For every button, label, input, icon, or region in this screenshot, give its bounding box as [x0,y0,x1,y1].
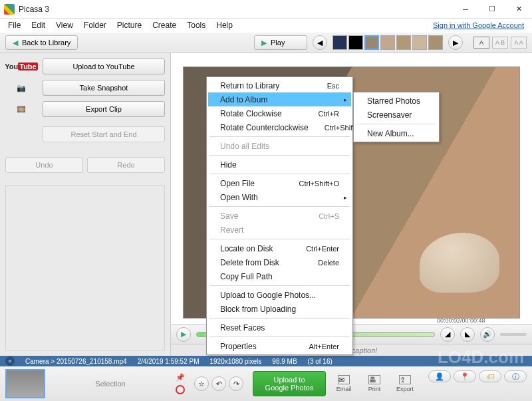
ctx-item[interactable]: Open With▸ [208,190,351,204]
menu-file[interactable]: File [3,19,26,31]
thumb[interactable] [380,35,395,50]
upload-youtube-button[interactable]: Upload to YouTube [43,59,165,74]
maximize-button[interactable]: ☐ [479,0,505,19]
ctx-item[interactable]: Rotate CounterclockwiseCtrl+Shift+R [208,120,351,134]
menu-create[interactable]: Create [147,19,182,31]
ctx-item[interactable]: Upload to Google Photos... [208,288,351,302]
tag-buttons: 👤 📍 🏷 ⓘ [428,370,527,382]
selection-label: Selection [51,380,170,388]
ctx-item[interactable]: Delete from DiskDelete [208,255,351,269]
info-bar: « Camera > 20150726_210158.mp4 2/4/2019 … [0,356,532,366]
people-tag-button[interactable]: 👤 [428,370,451,382]
prev-button[interactable]: ◀ [313,35,327,50]
ctx-item[interactable]: Return to LibraryEsc [208,78,351,92]
film-icon: 🎞️ [5,105,37,114]
ctx-sub-item[interactable]: New Album... [355,126,438,140]
back-label: Back to Library [22,39,70,47]
ctx-item[interactable]: Hide [208,158,351,172]
info-date: 2/4/2019 1:59:52 PM [138,358,200,365]
ctx-item[interactable]: Revert [208,223,351,237]
toolbar: ◀ Back to Library ▶ Play ◀ ▶ A A B A A [0,32,532,53]
rotate-cw-button[interactable]: ↷ [229,376,243,391]
export-icon: ⇪ [399,375,411,384]
menu-tools[interactable]: Tools [182,19,211,31]
undo-button: Undo [5,157,83,173]
ctx-item[interactable]: Rotate ClockwiseCtrl+R [208,106,351,120]
info-dims: 1920x1080 pixels [209,358,261,365]
ctx-item[interactable]: Block from Uploading [208,302,351,316]
ctx-item[interactable]: Locate on DiskCtrl+Enter [208,241,351,255]
thumb[interactable] [396,35,411,50]
thumb[interactable] [332,35,347,50]
timecode: 00:00:02/00:00:48 [437,317,485,324]
take-snapshot-button[interactable]: Take Snapshot [43,80,165,96]
compare-mode-group: A A B A A [473,37,527,49]
ctx-sub-item[interactable]: Starred Photos [355,94,438,108]
ctx-item[interactable]: Undo all Edits [208,139,351,153]
image-content [420,233,499,293]
ctx-sub-item[interactable]: Screensaver [355,108,438,122]
thumb[interactable] [412,35,427,50]
thumbnail-strip [332,35,443,50]
print-button[interactable]: 🖶Print [362,375,387,392]
play-button[interactable]: ▶ Play [254,35,307,50]
tag-button[interactable]: 🏷 [479,370,501,382]
collapse-icon[interactable]: « [5,356,15,366]
email-icon: ✉ [338,375,350,384]
player-play-button[interactable]: ▶ [176,327,191,342]
ctx-item[interactable]: PropertiesAlt+Enter [208,339,351,353]
next-button[interactable]: ▶ [448,35,463,50]
ctx-item[interactable]: Add to Album▸ [208,92,351,106]
ab-view-button[interactable]: A B [492,37,508,49]
geo-tag-button[interactable]: 📍 [454,370,476,382]
menu-view[interactable]: View [51,19,78,31]
trim-start-button[interactable]: ◢ [440,327,455,342]
selection-thumb[interactable] [5,369,45,398]
trim-end-button[interactable]: ◣ [460,327,475,342]
titlebar: Picasa 3 ─ ☐ ✕ [0,0,532,19]
redo-button: Redo [87,157,165,173]
menu-picture[interactable]: Picture [112,19,147,31]
rotate-ccw-button[interactable]: ↶ [211,376,226,391]
ctx-item[interactable]: Open FileCtrl+Shift+O [208,176,351,190]
play-icon: ▶ [261,39,267,47]
context-submenu[interactable]: Starred PhotosScreensaverNew Album... [353,92,440,142]
aa-view-button[interactable]: A A [511,37,527,49]
upload-google-photos-button[interactable]: Upload to Google Photos [253,371,326,396]
menu-help[interactable]: Help [211,19,238,31]
info-button[interactable]: ⓘ [504,370,527,382]
youtube-icon: YouTube [5,63,37,70]
snapshot-row: 📷 Take Snapshot [5,80,165,96]
window-title: Picasa 3 [19,5,452,14]
email-button[interactable]: ✉Email [331,375,356,392]
menu-edit[interactable]: Edit [26,19,51,31]
context-menu[interactable]: Return to LibraryEscAdd to Album▸Rotate … [206,76,353,355]
menubar: File Edit View Folder Picture Create Too… [0,19,532,32]
sidebar-preview [5,185,165,350]
ctx-item[interactable]: Copy Full Path [208,269,351,283]
menu-folder[interactable]: Folder [78,19,112,31]
info-size: 98.9 MB [272,358,297,365]
export-clip-button[interactable]: Export Clip [43,101,165,117]
export-button[interactable]: ⇪Export [392,375,418,392]
minimize-button[interactable]: ─ [452,0,479,19]
volume-slider[interactable] [500,333,527,336]
ctx-item[interactable]: SaveCtrl+S [208,209,351,223]
youtube-row: YouTube Upload to YouTube [5,59,165,74]
single-view-button[interactable]: A [473,37,489,49]
play-label: Play [271,39,285,47]
ctx-item[interactable]: Reset Faces [208,321,351,334]
close-button[interactable]: ✕ [505,0,532,19]
volume-button[interactable]: 🔊 [480,327,495,342]
signin-link[interactable]: Sign in with Google Account [433,21,529,29]
info-path: Camera > 20150726_210158.mp4 [25,358,127,365]
star-button[interactable]: ☆ [194,376,209,391]
thumb-selected[interactable] [364,35,379,50]
back-to-library-button[interactable]: ◀ Back to Library [5,35,78,50]
hold-pin-icon[interactable]: 📌 [176,373,185,382]
clear-selection-icon[interactable] [176,385,185,394]
thumb[interactable] [348,35,363,50]
info-index: (3 of 16) [308,358,332,365]
app-icon [4,4,15,15]
thumb[interactable] [428,35,443,50]
